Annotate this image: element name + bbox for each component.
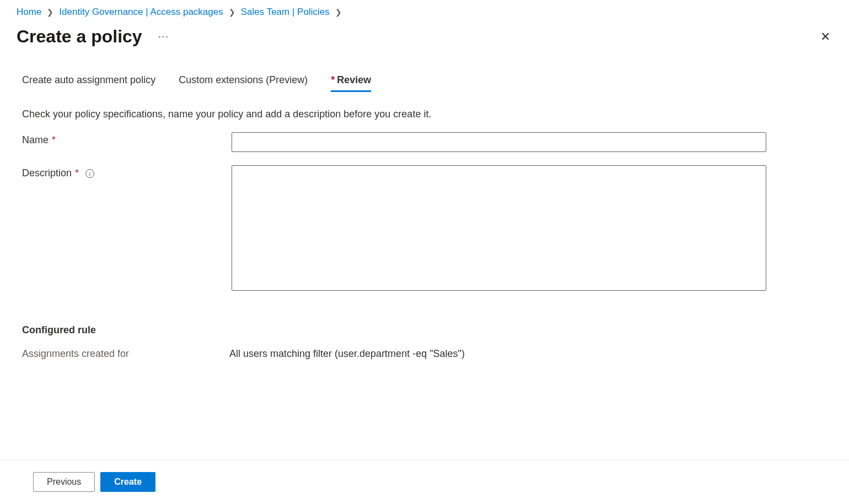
footer-actions: Previous Create bbox=[0, 459, 849, 504]
tab-strip: Create auto assignment policy Custom ext… bbox=[22, 74, 827, 92]
tab-label: Custom extensions (Preview) bbox=[179, 74, 308, 85]
name-input[interactable] bbox=[232, 132, 766, 152]
previous-button[interactable]: Previous bbox=[33, 472, 95, 492]
breadcrumb-home[interactable]: Home bbox=[17, 7, 41, 18]
chevron-right-icon: ❯ bbox=[229, 8, 235, 17]
page-header: Create a policy ⋯ ✕ bbox=[0, 22, 849, 52]
label-text: Description bbox=[22, 167, 72, 179]
assignments-row: Assignments created for All users matchi… bbox=[22, 348, 827, 360]
tab-label: Create auto assignment policy bbox=[22, 74, 155, 85]
form-row-name: Name * bbox=[22, 132, 827, 152]
intro-text: Check your policy specifications, name y… bbox=[22, 109, 827, 120]
page-title: Create a policy bbox=[17, 26, 142, 47]
breadcrumb-identity-governance[interactable]: Identity Governance | Access packages bbox=[59, 7, 223, 18]
label-text: Name bbox=[22, 134, 49, 146]
tab-custom-extensions[interactable]: Custom extensions (Preview) bbox=[179, 74, 308, 92]
assignments-value: All users matching filter (user.departme… bbox=[229, 348, 465, 360]
tab-create-auto-assignment-policy[interactable]: Create auto assignment policy bbox=[22, 74, 155, 92]
main-content: Create auto assignment policy Custom ext… bbox=[0, 52, 849, 360]
required-indicator-icon: * bbox=[331, 74, 335, 85]
breadcrumb-sales-team-policies[interactable]: Sales Team | Policies bbox=[241, 7, 330, 18]
tab-label: Review bbox=[337, 74, 371, 85]
chevron-right-icon: ❯ bbox=[47, 8, 53, 17]
form-row-description: Description * i bbox=[22, 165, 827, 292]
configured-rule-heading: Configured rule bbox=[22, 324, 827, 336]
create-button[interactable]: Create bbox=[100, 472, 155, 492]
chevron-right-icon: ❯ bbox=[335, 8, 342, 17]
more-actions-icon[interactable]: ⋯ bbox=[158, 31, 170, 42]
description-label: Description * i bbox=[22, 165, 232, 179]
close-icon[interactable]: ✕ bbox=[818, 29, 832, 45]
name-label: Name * bbox=[22, 132, 232, 146]
required-indicator-icon: * bbox=[52, 134, 56, 146]
info-icon[interactable]: i bbox=[85, 169, 94, 178]
required-indicator-icon: * bbox=[75, 167, 79, 179]
assignments-label: Assignments created for bbox=[22, 348, 229, 360]
tab-review[interactable]: *Review bbox=[331, 74, 371, 92]
description-input[interactable] bbox=[232, 165, 766, 291]
breadcrumb: Home ❯ Identity Governance | Access pack… bbox=[0, 0, 849, 22]
